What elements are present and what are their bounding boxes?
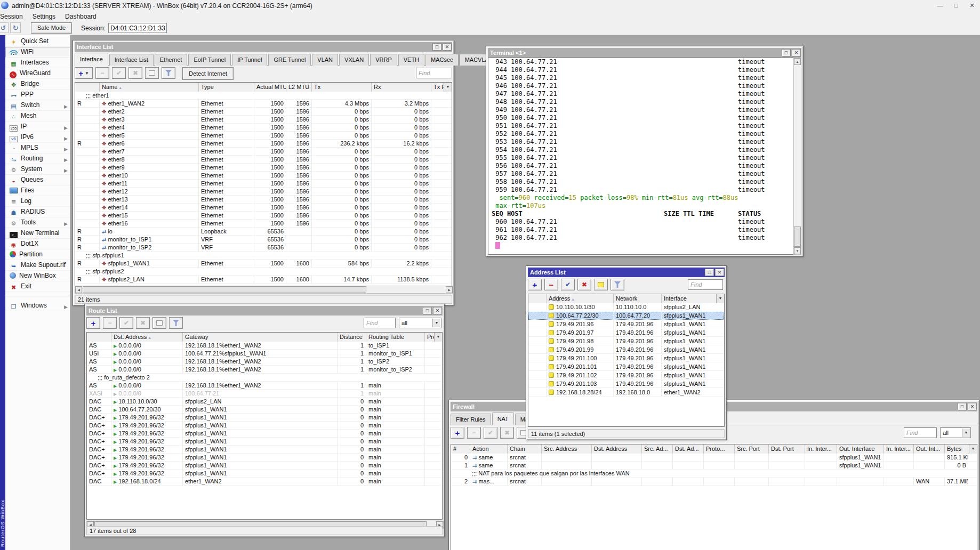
- table-row[interactable]: ;;; NAT para los paquetes que salgan por…: [451, 470, 977, 478]
- table-row[interactable]: 179.49.201.99179.49.201.96sfpplus1_WAN1: [528, 346, 724, 354]
- column-header[interactable]: [87, 333, 111, 342]
- comment-button[interactable]: [145, 67, 159, 79]
- find-input[interactable]: [416, 68, 452, 78]
- sidebar-item-routing[interactable]: Routing▶: [5, 153, 70, 164]
- sidebar-item-make-supout-rif[interactable]: Make Supout.rif: [5, 260, 70, 271]
- table-row[interactable]: ✥ether12Ethernet150015960 bps0 bps: [75, 188, 452, 196]
- table-row[interactable]: DAC▶192.168.18.0/24ether1_WAN20main: [87, 478, 442, 486]
- remove-button[interactable]: −: [95, 67, 109, 79]
- close-icon[interactable]: ✕: [443, 43, 452, 51]
- table-row[interactable]: ✥ether3Ethernet150015960 bps0 bps: [75, 116, 452, 124]
- disable-button[interactable]: ✖: [500, 427, 514, 439]
- table-row[interactable]: 179.49.201.96179.49.201.96sfpplus1_WAN1: [528, 320, 724, 328]
- sidebar-item-quick-set[interactable]: Quick Set: [5, 36, 70, 47]
- table-row[interactable]: DAC▶100.64.77.20/30sfpplus1_WAN10main: [87, 406, 442, 414]
- column-header[interactable]: Src. Ad...: [642, 444, 673, 454]
- filter-button[interactable]: [169, 317, 183, 329]
- column-header[interactable]: Address▲: [547, 294, 614, 303]
- session-input[interactable]: [108, 23, 167, 33]
- column-header[interactable]: Bytes: [945, 444, 968, 454]
- add-button[interactable]: +: [451, 427, 464, 439]
- close-icon[interactable]: ✕: [968, 403, 977, 410]
- column-header[interactable]: Network: [614, 294, 662, 303]
- column-header[interactable]: Out. Interface: [837, 444, 884, 454]
- close-icon[interactable]: ✕: [433, 307, 442, 314]
- table-row[interactable]: R✥sfpplus2_LANEthernet1500160014.7 kbps1…: [75, 276, 452, 284]
- table-row[interactable]: AS▶0.0.0.0/0192.168.18.1%ether1_WAN21to_…: [87, 342, 442, 350]
- sidebar-item-exit[interactable]: Exit: [5, 281, 70, 292]
- comment-button[interactable]: [152, 317, 166, 329]
- column-header[interactable]: Gateway: [183, 333, 338, 342]
- terminal-body[interactable]: 943 100.64.77.21timeout 944 100.64.77.21…: [488, 58, 801, 255]
- routing-table-filter-dropdown[interactable]: all▼: [399, 318, 441, 328]
- table-row[interactable]: AS▶0.0.0.0/0192.168.18.1%ether1_WAN21to_…: [87, 358, 442, 366]
- tab-gre-tunnel[interactable]: GRE Tunnel: [268, 54, 311, 66]
- table-row[interactable]: DAC+▶179.49.201.96/32sfpplus1_WAN10main: [87, 446, 442, 454]
- column-chooser-button[interactable]: ▼: [969, 444, 977, 454]
- column-chooser-button[interactable]: ▼: [444, 83, 452, 92]
- enable-button[interactable]: ✔: [112, 67, 126, 79]
- column-header[interactable]: L2 MTU: [286, 83, 312, 92]
- maximize-icon[interactable]: □: [948, 1, 964, 10]
- remove-button[interactable]: −: [544, 279, 558, 290]
- tab-ip-tunnel[interactable]: IP Tunnel: [232, 54, 267, 66]
- tab-vlan[interactable]: VLAN: [312, 54, 338, 66]
- table-row[interactable]: ✥ether13Ethernet150015960 bps0 bps: [75, 196, 452, 204]
- table-row[interactable]: 179.49.201.98179.49.201.96sfpplus1_WAN1: [528, 337, 724, 345]
- scroll-up-icon[interactable]: ▲: [794, 58, 801, 65]
- sidebar-item-new-terminal[interactable]: New Terminal: [5, 228, 70, 239]
- sidebar-item-interfaces[interactable]: Interfaces: [5, 58, 70, 68]
- table-row[interactable]: R⇄monitor_to_ISP2VRF655360 bps0 bps: [75, 244, 452, 252]
- chain-filter-dropdown[interactable]: all▼: [940, 427, 971, 438]
- comment-button[interactable]: [594, 279, 608, 290]
- filter-button[interactable]: [162, 67, 175, 79]
- table-row[interactable]: ✥ether14Ethernet150015960 bps0 bps: [75, 204, 452, 212]
- table-row[interactable]: 179.49.201.101179.49.201.96sfpplus1_WAN1: [528, 363, 724, 371]
- table-row[interactable]: 100.64.77.22/30100.64.77.20sfpplus1_WAN1: [528, 312, 724, 320]
- table-row[interactable]: ;;; ether1: [75, 92, 452, 100]
- maximize-icon[interactable]: □: [782, 49, 791, 56]
- tab-interface-list[interactable]: Interface List: [109, 54, 154, 66]
- table-row[interactable]: 2⇉mas...srcnatWAN37.1 MiB: [451, 478, 977, 486]
- column-header[interactable]: Rx: [372, 83, 431, 92]
- sidebar-item-new-winbox[interactable]: New WinBox: [5, 271, 70, 281]
- maximize-icon[interactable]: □: [423, 307, 432, 314]
- close-icon[interactable]: ✕: [792, 49, 801, 56]
- safe-mode-button[interactable]: Safe Mode: [31, 22, 72, 34]
- undo-icon[interactable]: ↺: [0, 22, 9, 33]
- remove-button[interactable]: −: [103, 317, 117, 329]
- column-header[interactable]: In. Inter...: [805, 444, 837, 454]
- scrollbar-thumb[interactable]: [794, 227, 801, 247]
- column-header[interactable]: Type: [199, 83, 254, 92]
- redo-icon[interactable]: ↻: [10, 22, 21, 33]
- column-header[interactable]: Src. Address: [542, 444, 592, 454]
- table-row[interactable]: DAC+▶179.49.201.96/32sfpplus1_WAN10main: [87, 422, 442, 430]
- enable-button[interactable]: ✔: [119, 317, 133, 329]
- scroll-down-icon[interactable]: ▼: [794, 247, 801, 254]
- table-row[interactable]: 1⇉samesrcnatsfpplus1_WAN10 B: [451, 462, 977, 470]
- column-header[interactable]: Chain: [508, 444, 542, 454]
- table-row[interactable]: ;;; fo_ruta_defecto 2: [87, 374, 442, 382]
- disable-button[interactable]: ✖: [577, 279, 591, 290]
- table-row[interactable]: DAC▶10.110.10.0/30sfpplus2_LAN0main: [87, 398, 442, 406]
- table-row[interactable]: DAC+▶179.49.201.96/32sfpplus1_WAN10main: [87, 430, 442, 438]
- table-row[interactable]: ✥ether9Ethernet150015960 bps0 bps: [75, 164, 452, 172]
- column-header[interactable]: Dst. Ad...: [673, 444, 704, 454]
- table-row[interactable]: ;;; sfp-sfpplus2: [75, 268, 452, 276]
- table-row[interactable]: DAC+▶179.49.201.96/32sfpplus1_WAN10main: [87, 438, 442, 446]
- table-row[interactable]: 10.110.10.1/3010.110.10.0sfpplus2_LAN: [528, 303, 724, 311]
- tab-eoip-tunnel[interactable]: EoIP Tunnel: [188, 54, 231, 66]
- table-row[interactable]: R✥sfpplus1_WAN1Ethernet15001600584 bps2.…: [75, 260, 452, 268]
- scroll-left-icon[interactable]: ◀: [75, 286, 82, 293]
- table-row[interactable]: ✥ether15Ethernet150015960 bps0 bps: [75, 212, 452, 220]
- sidebar-item-mesh[interactable]: Mesh: [5, 111, 70, 122]
- table-row[interactable]: R⇄loLoopback655360 bps0 bps: [75, 228, 452, 236]
- sidebar-item-radius[interactable]: RADIUS: [5, 207, 70, 217]
- table-row[interactable]: XASI▶0.0.0.0/0100.64.77.211main: [87, 390, 442, 398]
- table-row[interactable]: R✥ether6Ethernet15001596236.2 kbps16.2 k…: [75, 140, 452, 148]
- interface-list-window-titlebar[interactable]: Interface List□✕: [75, 42, 452, 52]
- table-row[interactable]: DAC+▶179.49.201.96/32sfpplus1_WAN10main: [87, 454, 442, 462]
- table-row[interactable]: ✥ether7Ethernet150015960 bps0 bps: [75, 148, 452, 156]
- table-row[interactable]: 179.49.201.100179.49.201.96sfpplus1_WAN1: [528, 354, 724, 362]
- table-row[interactable]: ✥ether2Ethernet150015960 bps0 bps: [75, 108, 452, 116]
